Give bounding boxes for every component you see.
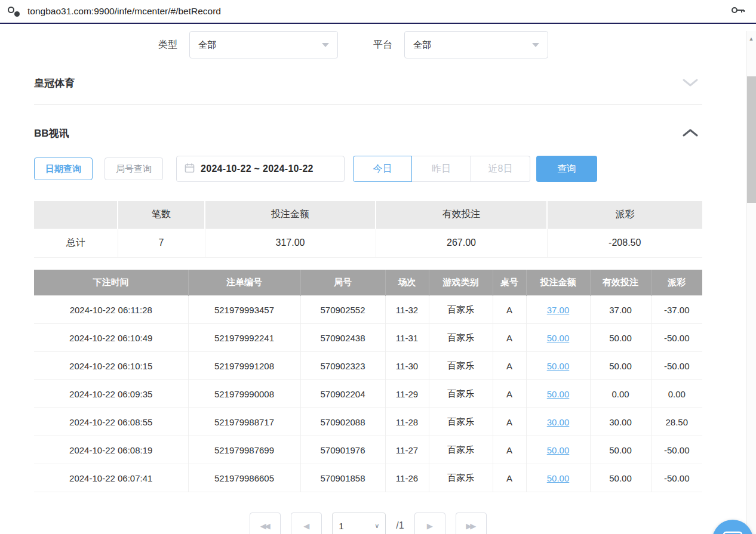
first-page-button[interactable]: ◀◀ — [250, 513, 281, 534]
pagination: ◀◀ ◀ 1 ∨ /1 ▶ ▶▶ — [34, 513, 702, 534]
chat-icon — [723, 531, 743, 534]
bet-table-body: 2024-10-22 06:11:28521979993457570902552… — [34, 296, 702, 492]
summary-count: 7 — [118, 229, 205, 257]
scrollbar-thumb[interactable] — [747, 76, 756, 203]
bb-collapse-chevron-up-icon[interactable] — [682, 128, 699, 139]
section-bb-video: BB视讯 — [34, 126, 702, 140]
col-header-valid-bet: 有效投注 — [590, 270, 651, 296]
summary-header-payout: 派彩 — [547, 201, 702, 229]
col-header-bet-amount: 投注金额 — [526, 270, 590, 296]
cell-valid-bet: 0.00 — [590, 380, 651, 408]
cell-round-no: 570901976 — [300, 436, 385, 464]
date-range-input[interactable]: 2024-10-22 ~ 2024-10-22 — [176, 156, 345, 182]
page-select[interactable]: 1 ∨ — [332, 513, 386, 534]
search-button[interactable]: 查询 — [536, 156, 597, 182]
cell-bet-amount[interactable]: 50.00 — [526, 352, 590, 380]
page-total-label: /1 — [396, 520, 404, 531]
cell-session: 11-28 — [385, 408, 429, 436]
chevron-down-icon — [532, 43, 539, 47]
cell-order-no: 521979987699 — [188, 436, 300, 464]
summary-valid-bet: 267.00 — [376, 229, 547, 257]
bet-amount-link[interactable]: 37.00 — [547, 305, 570, 315]
last-8-days-button[interactable]: 近8日 — [471, 156, 530, 182]
cell-bet-amount[interactable]: 50.00 — [526, 436, 590, 464]
today-button[interactable]: 今日 — [353, 156, 412, 182]
password-key-icon[interactable] — [731, 6, 745, 17]
crown-expand-chevron-down-icon[interactable] — [682, 78, 699, 89]
cell-round-no: 570901858 — [300, 464, 385, 492]
cell-bet-amount[interactable]: 50.00 — [526, 464, 590, 492]
bb-video-title: BB视讯 — [34, 126, 69, 140]
summary-header-blank — [34, 201, 118, 229]
cell-payout: 0.00 — [651, 380, 702, 408]
bet-table-row: 2024-10-22 06:08:19521979987699570901976… — [34, 436, 702, 464]
cell-bet-amount[interactable]: 30.00 — [526, 408, 590, 436]
browser-profile-icon[interactable] — [7, 5, 20, 18]
bet-record-table: 下注时间 注单编号 局号 场次 游戏类别 桌号 投注金额 有效投注 派彩 202… — [34, 270, 702, 493]
cell-game-type: 百家乐 — [429, 464, 493, 492]
col-header-payout: 派彩 — [651, 270, 702, 296]
cell-time: 2024-10-22 06:09:35 — [34, 380, 188, 408]
page-body: 类型 全部 平台 全部 皇冠体育 BB视讯 — [0, 31, 756, 534]
filter-row: 类型 全部 平台 全部 — [34, 31, 702, 58]
platform-select[interactable]: 全部 — [404, 31, 548, 58]
cell-bet-amount[interactable]: 50.00 — [526, 380, 590, 408]
cell-table-no: A — [493, 296, 526, 324]
section-crown-sports: 皇冠体育 — [34, 76, 702, 105]
query-bar: 日期查询 局号查询 2024-10-22 ~ 2024-10-22 今日 昨日 … — [34, 156, 702, 182]
cell-game-type: 百家乐 — [429, 296, 493, 324]
last-page-button[interactable]: ▶▶ — [456, 513, 487, 534]
platform-select-value: 全部 — [413, 39, 431, 51]
quick-date-group: 今日 昨日 近8日 — [353, 156, 530, 182]
cell-session: 11-32 — [385, 296, 429, 324]
cell-valid-bet: 30.00 — [590, 408, 651, 436]
col-header-round-no: 局号 — [300, 270, 385, 296]
round-query-tab[interactable]: 局号查询 — [105, 158, 163, 180]
crown-sports-title: 皇冠体育 — [34, 76, 75, 90]
cell-time: 2024-10-22 06:07:41 — [34, 464, 188, 492]
summary-header-bet-amount: 投注金额 — [205, 201, 376, 229]
page-select-value: 1 — [339, 521, 343, 531]
cell-order-no: 521979990008 — [188, 380, 300, 408]
chevron-down-icon — [322, 43, 329, 47]
bet-amount-link[interactable]: 50.00 — [547, 389, 570, 399]
cell-session: 11-30 — [385, 352, 429, 380]
summary-bet-amount: 317.00 — [205, 229, 376, 257]
cell-game-type: 百家乐 — [429, 324, 493, 352]
vertical-scrollbar[interactable]: ▲ — [746, 31, 756, 534]
bet-table-row: 2024-10-22 06:10:49521979992241570902438… — [34, 324, 702, 352]
bet-amount-link[interactable]: 50.00 — [547, 445, 570, 455]
cell-session: 11-29 — [385, 380, 429, 408]
yesterday-button[interactable]: 昨日 — [412, 156, 471, 182]
cell-order-no: 521979991208 — [188, 352, 300, 380]
type-select[interactable]: 全部 — [189, 31, 338, 58]
cell-bet-amount[interactable]: 37.00 — [526, 296, 590, 324]
bet-table-row: 2024-10-22 06:07:41521979986605570901858… — [34, 464, 702, 492]
summary-table: 笔数 投注金额 有效投注 派彩 总计 7 317.00 267.00 -208.… — [34, 201, 702, 258]
col-header-game-type: 游戏类别 — [429, 270, 493, 296]
summary-header-count: 笔数 — [118, 201, 205, 229]
cell-valid-bet: 37.00 — [590, 296, 651, 324]
summary-total-label: 总计 — [34, 229, 118, 257]
type-select-value: 全部 — [198, 39, 216, 51]
cell-bet-amount[interactable]: 50.00 — [526, 324, 590, 352]
bet-amount-link[interactable]: 50.00 — [547, 361, 570, 371]
scroll-up-arrow-icon[interactable]: ▲ — [746, 35, 756, 43]
bet-amount-link[interactable]: 30.00 — [547, 417, 570, 427]
date-query-tab[interactable]: 日期查询 — [34, 158, 93, 180]
cell-table-no: A — [493, 380, 526, 408]
prev-page-button[interactable]: ◀ — [291, 513, 322, 534]
next-page-button[interactable]: ▶ — [414, 513, 445, 534]
cell-round-no: 570902088 — [300, 408, 385, 436]
cell-payout: -50.00 — [651, 436, 702, 464]
url-text[interactable]: tongbao31.com:9900/infe/mcenter/#/betRec… — [27, 6, 724, 17]
bet-table-row: 2024-10-22 06:08:55521979988717570902088… — [34, 408, 702, 436]
bet-amount-link[interactable]: 50.00 — [547, 333, 570, 343]
platform-label: 平台 — [373, 39, 392, 51]
cell-table-no: A — [493, 324, 526, 352]
summary-total-row: 总计 7 317.00 267.00 -208.50 — [34, 229, 702, 257]
col-header-order-no: 注单编号 — [188, 270, 300, 296]
cell-table-no: A — [493, 408, 526, 436]
date-range-value: 2024-10-22 ~ 2024-10-22 — [201, 163, 314, 174]
bet-amount-link[interactable]: 50.00 — [547, 473, 570, 483]
